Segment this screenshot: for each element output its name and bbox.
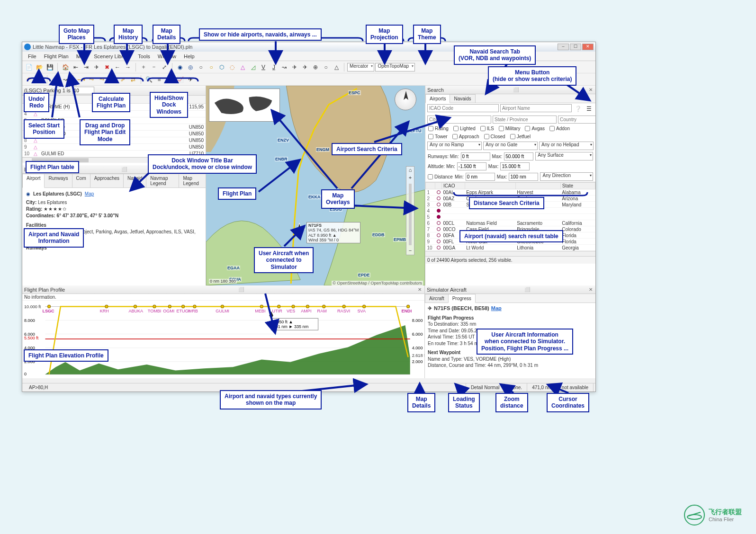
show-cities-icon[interactable]: ○ — [321, 62, 331, 72]
window-max-button[interactable]: ☐ — [570, 44, 581, 50]
result-row[interactable]: 1 00ALEpps AirparkHarvestAlabama — [426, 189, 595, 196]
search-undock-icon[interactable]: ⬜ — [512, 87, 520, 92]
filter-jetfuel[interactable]: Jetfuel — [510, 134, 531, 139]
zoom-overlay[interactable]: ⌂ + − — [406, 166, 414, 255]
direction-select[interactable]: Any Direction — [540, 172, 593, 181]
zoom-slider[interactable] — [409, 184, 412, 245]
sim-close-icon[interactable]: ✕ — [588, 287, 594, 292]
result-row[interactable]: 5 — [426, 214, 595, 220]
undo-icon[interactable]: ↶ — [24, 75, 34, 84]
tab-aircraft[interactable]: Aircraft — [425, 294, 449, 303]
name-input[interactable] — [500, 104, 572, 112]
show-waypoints-icon[interactable]: △ — [238, 62, 247, 72]
show-flightplan-icon[interactable]: ↝ — [279, 62, 289, 72]
edit-fp-icon[interactable]: ↝ — [61, 75, 70, 84]
center-aircraft-icon[interactable]: ✈ — [92, 62, 101, 72]
show-soft-airports-icon[interactable]: ◎ — [186, 62, 195, 72]
dock-profile-icon[interactable]: 📈 — [175, 75, 185, 84]
dist-min-input[interactable] — [466, 173, 495, 181]
alt-max-input[interactable] — [500, 162, 530, 170]
zoom-out-icon[interactable]: － — [149, 62, 159, 72]
redo-icon[interactable]: ↷ — [35, 75, 44, 84]
window-close-button[interactable]: ✕ — [582, 44, 594, 50]
select-start-icon[interactable]: ◉ — [50, 75, 60, 84]
result-row[interactable]: 10 00GALt WorldLithoniaGeorgia — [426, 245, 595, 251]
projection-select[interactable]: Mercator — [347, 63, 374, 71]
sim-dock-header[interactable]: Simulator Aircraft ⬜ ✕ — [425, 285, 595, 294]
help-icon[interactable]: ❔ — [573, 104, 583, 114]
show-ndb-icon[interactable]: ◌ — [227, 62, 237, 72]
city-input[interactable] — [427, 116, 491, 124]
dist-max-input[interactable] — [509, 173, 538, 181]
result-row[interactable]: 6 00CLNatomas FieldSacramentoCalifornia — [426, 220, 595, 226]
user-aircraft-icon[interactable] — [293, 223, 306, 235]
back-icon[interactable]: ← — [113, 62, 122, 72]
goto-fp-start-icon[interactable]: ⇤ — [71, 62, 81, 72]
delete-trail-icon[interactable]: ✖ — [102, 62, 112, 72]
menu-tools[interactable]: Tools — [134, 53, 154, 60]
show-addon-icon[interactable]: ○ — [207, 62, 216, 72]
show-grid-icon[interactable]: ⊕ — [311, 62, 320, 72]
filter-approach[interactable]: Approach — [452, 134, 479, 139]
zoom-out-button[interactable]: − — [406, 247, 414, 255]
sim-undock-icon[interactable]: ⬜ — [523, 287, 531, 292]
surface-select[interactable]: Any Surface — [535, 152, 593, 160]
filter-ils[interactable]: ILS — [480, 126, 494, 131]
elevation-profile[interactable]: 10.000 ft 8.000 6.000 5.500 ft 4.000 2.0… — [22, 301, 424, 378]
dock-search-icon[interactable]: 🔍 — [144, 75, 153, 84]
info-map-link[interactable]: Map — [85, 191, 94, 197]
tab-navaid[interactable]: Navaid — [123, 174, 146, 187]
theme-select[interactable]: OpenTopoMap — [375, 63, 415, 71]
menu-file[interactable]: File — [24, 53, 40, 60]
menu-help[interactable]: Help — [180, 53, 198, 60]
filter-rating[interactable]: Rating — [428, 126, 449, 131]
menu-button-icon[interactable]: ☰ — [584, 104, 594, 114]
country-input[interactable] — [558, 116, 595, 124]
tab-map-legend[interactable]: Map Legend — [179, 174, 206, 187]
tab-progress[interactable]: Progress — [448, 294, 476, 303]
menu-window[interactable]: Window — [154, 53, 180, 60]
filter-tower[interactable]: Tower — [428, 134, 448, 139]
show-ai-icon[interactable]: ✈ — [300, 62, 310, 72]
filter-military[interactable]: Military — [499, 126, 521, 131]
profile-close-icon[interactable]: ✕ — [417, 287, 423, 292]
home-icon[interactable]: 🏠 — [61, 62, 70, 72]
show-victor-icon[interactable]: V — [259, 62, 268, 72]
cruise-alt-input[interactable] — [72, 87, 94, 94]
save-file-icon[interactable]: 💾 — [45, 62, 54, 72]
dock-info-icon[interactable]: ℹ — [165, 75, 174, 84]
filter-addon[interactable]: Addon — [549, 126, 570, 131]
tab-approaches[interactable]: Approaches — [90, 174, 124, 187]
sim-map-link[interactable]: Map — [491, 305, 502, 312]
dock-aircraft-icon[interactable]: ✈ — [186, 75, 195, 84]
icao-input[interactable] — [427, 104, 499, 112]
new-file-icon[interactable]: 📄 — [24, 62, 34, 72]
tab-airport[interactable]: Airport — [22, 174, 45, 188]
show-hillshade-icon[interactable]: △ — [332, 62, 341, 72]
tab-airports[interactable]: Airports — [425, 94, 450, 103]
rwy-min-input[interactable] — [461, 152, 490, 160]
zoom-in-icon[interactable]: ＋ — [139, 62, 148, 72]
show-jet-icon[interactable]: J — [269, 62, 279, 72]
reverse-fp-icon[interactable]: ⇄ — [128, 75, 138, 84]
map-canvas[interactable]: ⌂ + − N71FS IAS 74, GS 86, HDG 84°M ALT … — [206, 86, 425, 285]
tab-navmap-legend[interactable]: Navmap Legend — [146, 174, 179, 187]
show-empty-airports-icon[interactable]: ○ — [196, 62, 206, 72]
compass-overlay[interactable] — [395, 89, 416, 110]
tab-com[interactable]: Com — [72, 174, 90, 187]
filter-lighted[interactable]: Lighted — [453, 126, 476, 131]
calc-radio-icon[interactable]: ⤳ — [87, 75, 96, 84]
overview-map-overlay[interactable] — [209, 89, 280, 122]
window-min-button[interactable]: – — [558, 44, 569, 50]
filter-avgas[interactable]: Avgas — [525, 126, 545, 131]
tab-runways[interactable]: Runways — [44, 174, 72, 187]
zoom-in-button[interactable]: + — [406, 174, 414, 182]
search-dock-header[interactable]: Search ⬜ ✕ — [425, 86, 595, 94]
reset-detail-icon[interactable]: ⤢ — [160, 62, 169, 72]
ramp-select[interactable]: Any or no Ramp — [427, 142, 482, 150]
search-result-table[interactable]: ICAOState 1 00ALEpps AirparkHarvestAlaba… — [425, 182, 595, 256]
show-airports-icon[interactable]: ◉ — [175, 62, 185, 72]
gate-select[interactable]: Any or no Gate — [483, 142, 538, 150]
show-vor-icon[interactable]: ⬡ — [217, 62, 226, 72]
alt-min-input[interactable] — [457, 162, 486, 170]
